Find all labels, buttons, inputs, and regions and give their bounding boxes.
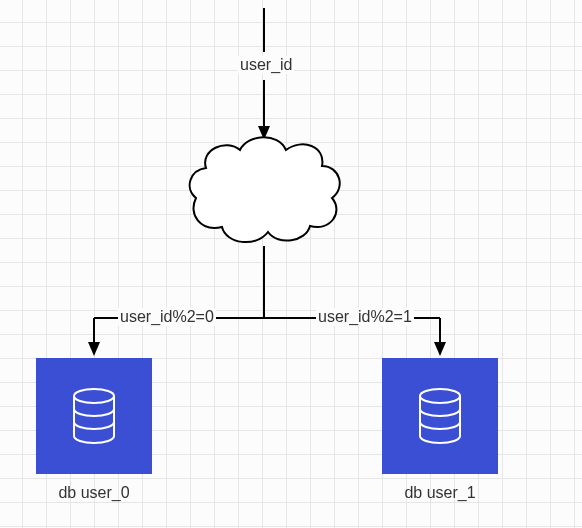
- branch-left-label: user_id%2=0: [118, 308, 216, 326]
- db-caption-1: db user_1: [382, 484, 498, 502]
- db-node-1: [382, 358, 498, 474]
- svg-point-9: [74, 389, 114, 403]
- branch-right-label: user_id%2=1: [316, 308, 414, 326]
- db-node-0: [36, 358, 152, 474]
- database-icon: [416, 388, 464, 444]
- svg-point-10: [420, 389, 460, 403]
- svg-marker-6: [88, 342, 100, 356]
- svg-marker-8: [434, 342, 446, 356]
- connector-branch: [0, 0, 582, 400]
- database-icon: [70, 388, 118, 444]
- diagram-canvas: user_id user_id%2=0 user_id%2=1 db user_…: [0, 0, 582, 528]
- db-caption-0: db user_0: [36, 484, 152, 502]
